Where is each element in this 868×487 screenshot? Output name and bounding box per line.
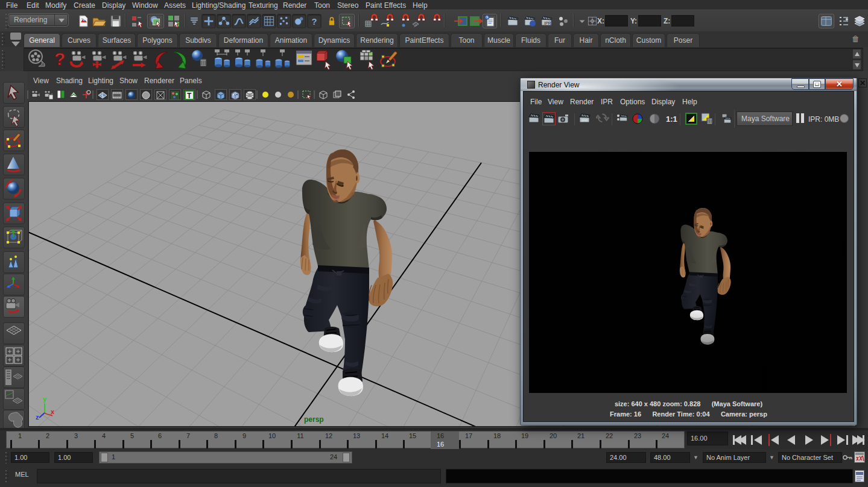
svg-text:IPR: IPR xyxy=(544,21,551,25)
svg-text:persp: persp xyxy=(304,415,324,424)
svg-text:1:1: 1:1 xyxy=(666,115,677,124)
svg-text:?: ? xyxy=(311,17,317,27)
svg-text:?: ? xyxy=(54,49,65,69)
svg-text:IPR: IPR xyxy=(581,119,588,122)
svg-text:z: z xyxy=(36,413,39,421)
svg-text:y: y xyxy=(43,395,47,403)
svg-text:T: T xyxy=(187,92,192,100)
svg-text:x: x xyxy=(51,408,55,415)
